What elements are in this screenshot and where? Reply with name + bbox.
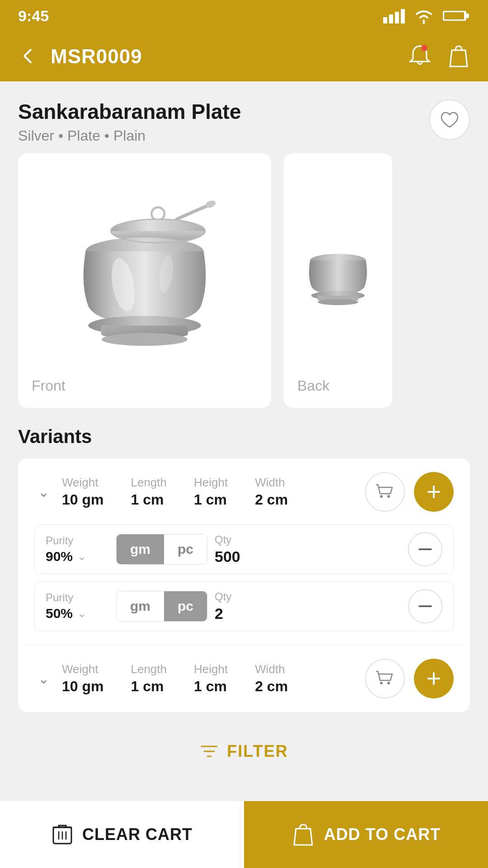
variant-actions-2 bbox=[365, 659, 454, 698]
weight-label-1: Weight bbox=[62, 476, 103, 490]
wifi-icon bbox=[413, 8, 435, 24]
unit-gm-button-1-2[interactable]: gm bbox=[117, 591, 164, 621]
purity-value-row-1-1: 90% ⌄ bbox=[46, 549, 109, 564]
spec-length-1: Length 1 cm bbox=[131, 476, 167, 508]
variant-row-1: ⌄ Weight 10 gm Length 1 cm Height 1 cm bbox=[18, 458, 470, 645]
svg-point-14 bbox=[102, 333, 188, 346]
svg-point-24 bbox=[387, 682, 390, 684]
qty-label-1-1: Qty bbox=[215, 533, 296, 546]
svg-rect-1 bbox=[389, 14, 393, 24]
qty-value-1-1: 500 bbox=[215, 548, 296, 566]
svg-rect-3 bbox=[401, 9, 405, 24]
minus-button-1-1[interactable] bbox=[408, 532, 442, 566]
cart-small-icon-1 bbox=[376, 483, 394, 501]
page-title: MSR0009 bbox=[51, 45, 142, 68]
height-label-1: Height bbox=[194, 476, 228, 490]
purity-value-1-2: 50% bbox=[46, 606, 73, 621]
variant-specs-1: Weight 10 gm Length 1 cm Height 1 cm Wid… bbox=[62, 476, 365, 508]
svg-rect-2 bbox=[395, 12, 399, 24]
front-label: Front bbox=[32, 377, 258, 394]
clear-cart-button[interactable]: CLEAR CART bbox=[0, 801, 244, 868]
svg-point-8 bbox=[151, 208, 164, 221]
width-value-2: 2 cm bbox=[255, 678, 288, 695]
product-image-back-svg bbox=[297, 205, 379, 332]
minus-icon-1-1 bbox=[418, 548, 432, 551]
variant-actions-1 bbox=[365, 472, 454, 512]
variant-row-2: ⌄ Weight 10 gm Length 1 cm Height 1 cm bbox=[18, 645, 470, 712]
variant-collapse-1[interactable]: ⌄ bbox=[34, 481, 53, 504]
unit-toggle-1-2: gm pc bbox=[116, 591, 207, 622]
height-value-1: 1 cm bbox=[194, 491, 228, 508]
battery-icon bbox=[443, 9, 470, 23]
minus-icon-1-2 bbox=[418, 605, 432, 608]
filter-bar[interactable]: FILTER bbox=[18, 726, 470, 777]
plus-icon-2 bbox=[426, 670, 442, 687]
wishlist-button[interactable] bbox=[429, 99, 470, 140]
signal-icon bbox=[383, 8, 405, 24]
product-header: Sankarabaranam Plate Silver • Plate • Pl… bbox=[18, 99, 470, 144]
cart-nav-button[interactable] bbox=[447, 44, 470, 70]
spec-height-1: Height 1 cm bbox=[194, 476, 228, 508]
purity-select-1-2: Purity 50% ⌄ bbox=[46, 591, 109, 621]
back-button[interactable] bbox=[18, 46, 38, 67]
variants-section: ⌄ Weight 10 gm Length 1 cm Height 1 cm bbox=[18, 458, 470, 712]
unit-toggle-1-1: gm pc bbox=[116, 534, 207, 565]
add-to-cart-label: ADD TO CART bbox=[324, 825, 441, 844]
weight-label-2: Weight bbox=[62, 662, 103, 676]
purity-label-1-2: Purity bbox=[46, 591, 109, 604]
purity-chevron-1-2[interactable]: ⌄ bbox=[77, 607, 86, 620]
variant-add-button-2[interactable] bbox=[414, 659, 454, 698]
qty-field-1-2: Qty 2 bbox=[215, 590, 296, 623]
unit-pc-button-1-1[interactable]: pc bbox=[164, 534, 207, 564]
notification-button[interactable] bbox=[408, 44, 431, 69]
height-label-2: Height bbox=[194, 662, 228, 676]
clear-cart-icon bbox=[52, 823, 73, 846]
purity-chevron-1-1[interactable]: ⌄ bbox=[77, 550, 86, 563]
variant-cart-button-1[interactable] bbox=[365, 472, 405, 512]
qty-value-1-2: 2 bbox=[215, 605, 296, 623]
shopping-bag-icon bbox=[447, 44, 470, 68]
plus-icon-1 bbox=[426, 484, 442, 500]
svg-point-22 bbox=[387, 495, 390, 498]
svg-point-7 bbox=[421, 45, 427, 51]
spec-height-2: Height 1 cm bbox=[194, 662, 228, 695]
product-image-front bbox=[32, 167, 258, 370]
variant-expand-2[interactable]: ⌄ bbox=[34, 667, 53, 690]
nav-right bbox=[408, 44, 470, 70]
svg-rect-6 bbox=[444, 12, 464, 19]
nav-left: MSR0009 bbox=[18, 45, 142, 68]
status-time: 9:45 bbox=[18, 7, 49, 25]
clear-cart-label: CLEAR CART bbox=[82, 825, 192, 844]
minus-button-1-2[interactable] bbox=[408, 589, 442, 623]
variant-sub-rows-1: Purity 90% ⌄ gm pc Qty 500 bbox=[34, 524, 454, 631]
status-icons bbox=[383, 8, 470, 24]
product-info: Sankarabaranam Plate Silver • Plate • Pl… bbox=[18, 99, 241, 144]
spec-width-2: Width 2 cm bbox=[255, 662, 288, 695]
image-carousel: Front bbox=[18, 153, 470, 408]
unit-pc-button-1-2[interactable]: pc bbox=[164, 591, 207, 621]
add-to-cart-button[interactable]: ADD TO CART bbox=[244, 801, 488, 868]
cart-small-icon-2 bbox=[376, 670, 394, 688]
qty-label-1-2: Qty bbox=[215, 590, 296, 603]
bell-icon bbox=[408, 44, 431, 68]
svg-rect-5 bbox=[466, 14, 469, 18]
status-bar: 9:45 bbox=[0, 0, 488, 32]
variant-add-button-1[interactable] bbox=[414, 472, 454, 512]
svg-point-23 bbox=[380, 682, 383, 684]
weight-value-2: 10 gm bbox=[62, 678, 103, 695]
filter-label: FILTER bbox=[227, 742, 288, 761]
purity-select-1-1: Purity 90% ⌄ bbox=[46, 534, 109, 564]
spec-length-2: Length 1 cm bbox=[131, 662, 167, 695]
variant-sub-row-1-2: Purity 50% ⌄ gm pc Qty 2 bbox=[34, 581, 454, 631]
svg-point-21 bbox=[380, 495, 383, 498]
variant-specs-2: Weight 10 gm Length 1 cm Height 1 cm Wid… bbox=[62, 662, 365, 695]
weight-value-1: 10 gm bbox=[62, 491, 103, 508]
unit-gm-button-1-1[interactable]: gm bbox=[117, 534, 164, 564]
spec-weight-1: Weight 10 gm bbox=[62, 476, 103, 508]
height-value-2: 1 cm bbox=[194, 678, 228, 695]
svg-rect-0 bbox=[383, 17, 387, 24]
variant-header-2: ⌄ Weight 10 gm Length 1 cm Height 1 cm bbox=[34, 659, 454, 698]
width-label-2: Width bbox=[255, 662, 288, 676]
variant-cart-button-2[interactable] bbox=[365, 659, 405, 698]
image-card-back: Back bbox=[284, 153, 392, 408]
